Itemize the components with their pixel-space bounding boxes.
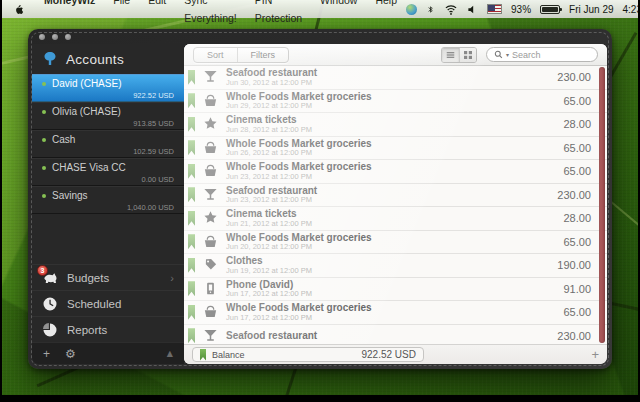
- transaction-amount: 65.00: [563, 95, 591, 107]
- transaction-row[interactable]: Clothes Jun 19, 2012 at 12:00 PM 190.00: [184, 254, 607, 278]
- settings-gear-icon[interactable]: ⚙: [65, 348, 76, 360]
- basket-icon: [202, 304, 218, 320]
- accounts-header-label: Accounts: [66, 52, 124, 67]
- menu-sync-everything[interactable]: Sync Everything!: [175, 0, 246, 27]
- budgets-badge: 3: [37, 265, 48, 276]
- ribbon-flag-icon: [188, 328, 195, 343]
- sidebar-sections: 3 Budgets › Scheduled Reports: [32, 264, 184, 342]
- transaction-amount: 65.00: [563, 142, 591, 154]
- basket-icon: [202, 163, 218, 179]
- account-item[interactable]: Cash 102.59 USD: [32, 130, 184, 158]
- sidebar-section-item[interactable]: Reports: [32, 316, 184, 342]
- grid-view-button[interactable]: [459, 48, 476, 62]
- transaction-date: Jun 20, 2012 at 12:00 PM: [226, 243, 372, 252]
- search-scope-caret-icon[interactable]: ▾: [506, 51, 509, 58]
- ribbon-flag-icon: [188, 234, 195, 249]
- transaction-date: Jun 19, 2012 at 12:00 PM: [226, 267, 312, 276]
- sidebar-section-item[interactable]: 3 Budgets ›: [32, 264, 184, 290]
- ribbon-flag-icon: [188, 164, 195, 179]
- transaction-row[interactable]: Whole Foods Market groceries Jun 29, 201…: [184, 90, 607, 114]
- balance-footer: Balance 922.52 USD +: [184, 344, 607, 364]
- apple-icon: [14, 3, 25, 16]
- menu-pin-protection[interactable]: PIN Protection: [246, 0, 311, 27]
- menu-clock[interactable]: 4:23:16 PM: [623, 4, 638, 15]
- bluetooth-icon[interactable]: [426, 3, 435, 16]
- close-button[interactable]: [39, 34, 45, 40]
- account-item[interactable]: David (CHASE) 922.52 USD: [32, 74, 184, 102]
- transaction-row[interactable]: Whole Foods Market groceries Jun 23, 201…: [184, 160, 607, 184]
- sidebar: Accounts David (CHASE) 922.52 USD Olivia…: [32, 44, 184, 364]
- collapse-sidebar-button[interactable]: ▲: [167, 349, 173, 358]
- apple-menu[interactable]: [2, 3, 35, 16]
- transaction-date: Jun 23, 2012 at 12:00 PM: [226, 196, 317, 205]
- search-field[interactable]: ▾: [486, 47, 598, 62]
- sidebar-section-label: Budgets: [67, 272, 109, 284]
- account-item[interactable]: Savings 1,040.00 USD: [32, 186, 184, 214]
- transaction-amount: 28.00: [563, 212, 591, 224]
- desktop: MoneyWizFileEditSync Everything!PIN Prot…: [2, 0, 638, 395]
- star-icon: [202, 116, 218, 132]
- account-balance: 922.52 USD: [42, 91, 174, 100]
- cocktail-icon: [202, 187, 218, 203]
- zoom-button[interactable]: [65, 34, 71, 40]
- transaction-date: Jun 23, 2012 at 12:00 PM: [226, 173, 372, 182]
- menu-help[interactable]: Help: [366, 0, 406, 27]
- transaction-row[interactable]: Seafood restaurant 230.00: [184, 325, 607, 345]
- menu-bar: MoneyWizFileEditSync Everything!PIN Prot…: [2, 0, 638, 18]
- volume-icon[interactable]: [467, 4, 478, 15]
- transaction-row[interactable]: Seafood restaurant Jun 30, 2012 at 12:00…: [184, 66, 607, 90]
- account-item[interactable]: Olivia (CHASE) 913.85 USD: [32, 102, 184, 130]
- balance-flag-icon: [200, 349, 206, 361]
- star-icon: [202, 210, 218, 226]
- menu-date[interactable]: Fri Jun 29: [569, 4, 613, 15]
- transaction-date: Jun 17, 2012 at 12:00 PM: [226, 290, 312, 299]
- menu-file[interactable]: File: [104, 0, 139, 27]
- account-balance: 1,040.00 USD: [42, 203, 174, 212]
- menu-edit[interactable]: Edit: [139, 0, 175, 27]
- battery-icon[interactable]: [540, 5, 560, 14]
- transaction-date: Jun 28, 2012 at 12:00 PM: [226, 126, 312, 135]
- moneywiz-tree-icon: [42, 51, 58, 67]
- transaction-row[interactable]: Cinema tickets Jun 28, 2012 at 12:00 PM …: [184, 113, 607, 137]
- input-language-flag-icon[interactable]: [487, 4, 502, 14]
- wifi-icon[interactable]: [444, 4, 458, 15]
- sidebar-section-label: Reports: [67, 324, 107, 336]
- account-status-dot: [42, 110, 46, 114]
- transaction-row[interactable]: Whole Foods Market groceries Jun 17, 201…: [184, 301, 607, 325]
- transaction-row[interactable]: Seafood restaurant Jun 23, 2012 at 12:00…: [184, 184, 607, 208]
- account-item[interactable]: CHASE Visa CC 0.00 USD: [32, 158, 184, 186]
- menu-moneywiz[interactable]: MoneyWiz: [35, 0, 104, 27]
- transaction-amount: 65.00: [563, 306, 591, 318]
- account-balance: 102.59 USD: [42, 147, 174, 156]
- account-name: David (CHASE): [52, 78, 121, 89]
- sync-status-icon[interactable]: [406, 4, 417, 15]
- list-view-button[interactable]: [442, 48, 459, 62]
- tag-icon: [202, 257, 218, 273]
- add-account-button[interactable]: +: [43, 348, 50, 360]
- window-titlebar[interactable]: [28, 29, 612, 44]
- transaction-row[interactable]: Whole Foods Market groceries Jun 20, 201…: [184, 231, 607, 255]
- moneywiz-window: Accounts David (CHASE) 922.52 USD Olivia…: [28, 29, 612, 369]
- transaction-date: Jun 21, 2012 at 12:00 PM: [226, 220, 312, 229]
- pie-chart-icon: [42, 324, 58, 341]
- transaction-row[interactable]: Whole Foods Market groceries Jun 26, 201…: [184, 137, 607, 161]
- transaction-date: Jun 17, 2012 at 12:00 PM: [226, 314, 372, 323]
- basket-icon: [202, 234, 218, 250]
- account-balance: 0.00 USD: [42, 175, 174, 184]
- transaction-row[interactable]: Phone (David) Jun 17, 2012 at 12:00 PM 9…: [184, 278, 607, 302]
- list-view-icon: [446, 51, 455, 59]
- scrollbar[interactable]: [599, 67, 605, 343]
- transaction-amount: 230.00: [557, 189, 591, 201]
- sort-button[interactable]: Sort: [194, 48, 237, 62]
- search-input[interactable]: [512, 50, 582, 60]
- filters-button[interactable]: Filters: [237, 48, 289, 62]
- menu-window[interactable]: Window: [311, 0, 366, 27]
- sidebar-section-item[interactable]: Scheduled: [32, 290, 184, 316]
- add-transaction-button[interactable]: +: [591, 348, 599, 361]
- minimize-button[interactable]: [52, 34, 58, 40]
- transaction-row[interactable]: Cinema tickets Jun 21, 2012 at 12:00 PM …: [184, 207, 607, 231]
- transaction-amount: 230.00: [557, 71, 591, 83]
- content-toolbar: Sort Filters ▾: [184, 44, 607, 66]
- transaction-amount: 190.00: [557, 259, 591, 271]
- account-status-dot: [42, 82, 46, 86]
